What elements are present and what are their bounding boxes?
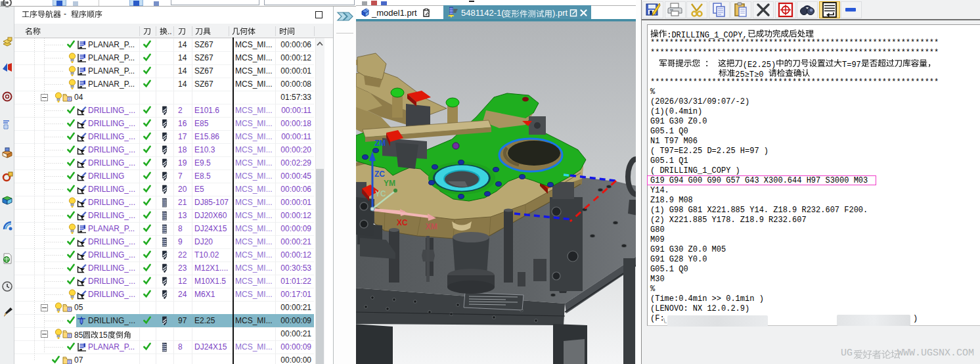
svg-text:ZC: ZC: [374, 170, 385, 179]
svg-text:YM: YM: [384, 179, 395, 188]
svg-text:XC: XC: [397, 218, 408, 227]
svg-text:XM: XM: [426, 222, 437, 231]
svg-text:ZM: ZM: [374, 139, 386, 148]
svg-text:YC: YC: [375, 189, 386, 198]
